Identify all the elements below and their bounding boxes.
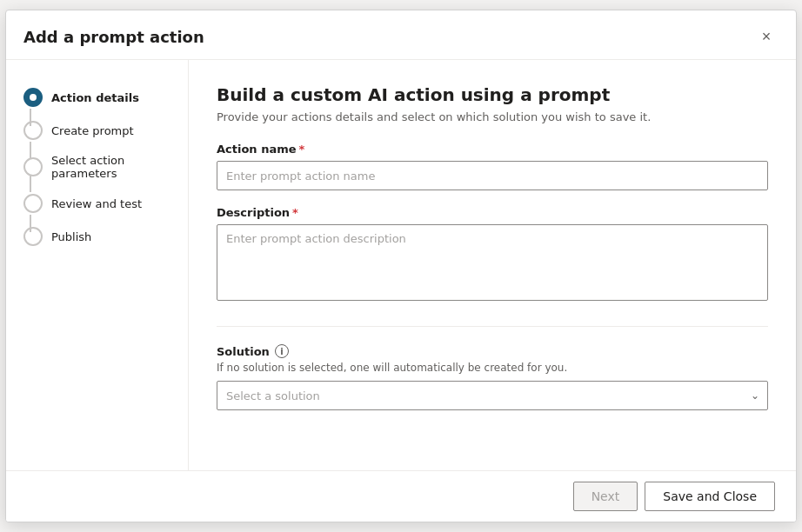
sidebar-item-select-action-parameters[interactable]: Select action parameters xyxy=(20,147,174,187)
solution-info-icon[interactable]: i xyxy=(275,344,289,358)
next-button[interactable]: Next xyxy=(573,482,638,511)
action-name-input[interactable] xyxy=(217,161,768,190)
solution-field-group: Solution i If no solution is selected, o… xyxy=(217,344,768,410)
solution-select-wrapper: Select a solution ⌄ xyxy=(217,381,768,410)
description-field-group: Description * xyxy=(217,206,768,303)
action-name-required-star: * xyxy=(299,143,305,156)
solution-hint: If no solution is selected, one will aut… xyxy=(217,362,768,374)
step-label-review-and-test: Review and test xyxy=(51,197,142,210)
content-title: Build a custom AI action using a prompt xyxy=(217,84,768,105)
action-name-field-group: Action name * xyxy=(217,143,768,190)
step-label-publish: Publish xyxy=(51,230,91,243)
step-label-create-prompt: Create prompt xyxy=(51,124,134,137)
close-icon: × xyxy=(762,28,772,46)
modal-header: Add a prompt action × xyxy=(6,10,796,60)
step-circle-select-action-parameters xyxy=(23,157,43,176)
sidebar-item-create-prompt[interactable]: Create prompt xyxy=(20,114,174,147)
save-close-button[interactable]: Save and Close xyxy=(645,482,775,511)
close-button[interactable]: × xyxy=(754,24,779,49)
modal-title: Add a prompt action xyxy=(23,28,204,46)
description-label: Description * xyxy=(217,206,768,219)
step-circle-create-prompt xyxy=(23,121,43,140)
sidebar-item-publish[interactable]: Publish xyxy=(20,220,174,253)
section-divider xyxy=(217,326,768,327)
add-prompt-action-modal: Add a prompt action × Action details Cre… xyxy=(5,10,797,522)
description-input[interactable] xyxy=(217,224,768,301)
step-circle-action-details xyxy=(23,88,43,107)
content-subtitle: Provide your actions details and select … xyxy=(217,110,768,123)
sidebar-item-review-and-test[interactable]: Review and test xyxy=(20,187,174,220)
main-content: Build a custom AI action using a prompt … xyxy=(189,60,796,470)
solution-label: Solution i xyxy=(217,344,768,358)
step-circle-publish xyxy=(23,227,43,246)
modal-body: Action details Create prompt Select acti… xyxy=(6,60,796,470)
modal-footer: Next Save and Close xyxy=(6,470,796,522)
description-required-star: * xyxy=(292,206,298,219)
sidebar-item-action-details[interactable]: Action details xyxy=(20,81,174,114)
sidebar: Action details Create prompt Select acti… xyxy=(6,60,189,470)
step-label-action-details: Action details xyxy=(51,91,139,104)
action-name-label: Action name * xyxy=(217,143,768,156)
step-circle-review-and-test xyxy=(23,194,43,213)
step-label-select-action-parameters: Select action parameters xyxy=(51,154,170,180)
solution-select[interactable]: Select a solution xyxy=(217,381,768,410)
